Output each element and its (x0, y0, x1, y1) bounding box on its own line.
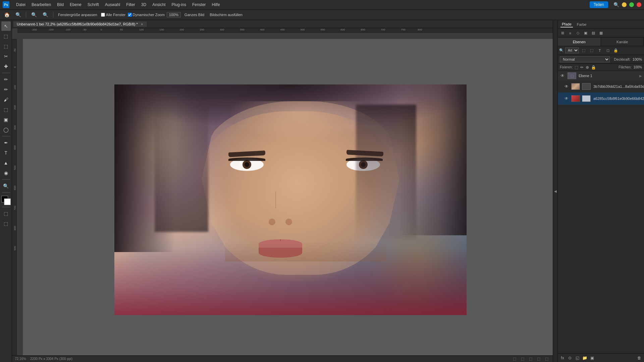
eraser-tool[interactable]: ⬚ (1, 105, 11, 114)
tool-separator-1 (2, 73, 10, 73)
panel-icon-filter[interactable]: ◇ (575, 30, 581, 37)
layer-search-btn-1[interactable]: ⬚ (580, 47, 587, 54)
dodge-tool[interactable]: ◯ (1, 125, 11, 134)
new-layer-button[interactable]: ▣ (589, 355, 595, 361)
menu-filter[interactable]: Filter (123, 2, 138, 8)
zoom-out-button[interactable]: 🔍 (29, 10, 39, 19)
menu-bild[interactable]: Bild (54, 2, 66, 8)
layer-search-btn-4[interactable]: ◻ (604, 47, 611, 54)
search-icon[interactable]: 🔍 (613, 2, 619, 7)
menu-plugins[interactable]: Plug-ins (169, 2, 189, 8)
panel-icon-mask[interactable]: ▦ (598, 30, 604, 37)
panel-icon-fx[interactable]: ▤ (590, 30, 597, 37)
menu-hilfe[interactable]: Hilfe (209, 2, 223, 8)
shape-tool[interactable]: ◉ (1, 168, 11, 178)
ruler-mark-1090: 700 (381, 28, 385, 31)
visibility-eye-layer1[interactable]: 👁 (565, 84, 569, 89)
opacity-label: Deckkraft: (614, 57, 631, 61)
menu-datei[interactable]: Datei (13, 2, 28, 8)
minimize-button[interactable] (622, 2, 627, 7)
title-bar-right: Teilen 🔍 (590, 1, 641, 8)
menu-schrift[interactable]: Schrift (85, 2, 102, 8)
fit-window-button[interactable]: Fenstergröße anpassen (56, 12, 99, 17)
search-tool-button[interactable]: 🔍 (13, 10, 23, 19)
path-tool[interactable]: ▲ (1, 158, 11, 168)
tab-close-button[interactable]: × (141, 22, 143, 26)
eyedropper-tool[interactable]: ✚ (1, 62, 11, 71)
menu-3d[interactable]: 3D (139, 2, 149, 8)
gradient-tool[interactable]: ▣ (1, 115, 11, 124)
canvas-viewport[interactable] (23, 39, 553, 355)
lock-transparency[interactable]: ⬚ (575, 65, 578, 70)
all-windows-checkbox[interactable]: Alle Fenster (101, 13, 126, 17)
share-button[interactable]: Teilen (590, 1, 608, 8)
layer-thumbs-2 (571, 95, 591, 103)
delete-layer-button[interactable]: 🗑 (636, 355, 643, 361)
fill-screen-button[interactable]: Bildschirm ausfüllen (208, 12, 244, 17)
pen-tool[interactable]: ✒ (1, 138, 11, 147)
selection-tool[interactable]: ⬚ (1, 32, 11, 41)
move-tool[interactable]: ↖ (1, 21, 11, 31)
tool-separator-4 (2, 192, 10, 193)
layer-item-1[interactable]: 👁 3b7dbb39dd21a1...8a5fcda93d5e72 (558, 80, 644, 93)
tab-farbe[interactable]: Farbe (576, 22, 588, 27)
menu-fenster[interactable]: Fenster (190, 2, 209, 8)
tab-pfade[interactable]: Pfade (560, 21, 573, 27)
menu-bearbeiten[interactable]: Bearbeiten (29, 2, 54, 8)
status-bar-btn-3[interactable]: ⬚ (527, 356, 534, 362)
screen-mode-tool[interactable]: ⬚ (1, 219, 11, 228)
visibility-eye-layer2[interactable]: 👁 (565, 96, 569, 101)
nose (269, 192, 292, 225)
adjustment-button[interactable]: ⊙ (567, 355, 573, 361)
close-button[interactable] (637, 2, 641, 7)
group-button[interactable]: 📁 (581, 355, 588, 361)
panel-icon-adjust[interactable]: ▣ (582, 30, 589, 37)
layer-thumb-mask-2 (582, 95, 591, 102)
lock-move[interactable]: ⊕ (586, 65, 589, 70)
panel-icon-list[interactable]: ≡ (567, 30, 574, 37)
menu-ansicht[interactable]: Ansicht (150, 2, 168, 8)
panel-collapse-button[interactable]: ◀ (553, 20, 557, 362)
status-bar-btn-2[interactable]: ⬚ (519, 356, 526, 362)
ganzes-bild-button[interactable]: Ganzes Bild (183, 12, 206, 17)
dynamic-zoom-input[interactable] (128, 13, 132, 17)
blend-mode-dropdown[interactable]: Normal (560, 56, 610, 62)
history-brush[interactable]: 🖌 (1, 95, 11, 104)
zoom-input[interactable] (167, 12, 181, 17)
brush-tool[interactable]: ✏ (1, 75, 11, 84)
status-bar-btn-5[interactable]: ⬚ (543, 356, 550, 362)
menu-auswahl[interactable]: Auswahl (102, 2, 123, 8)
home-button[interactable]: 🏠 (2, 10, 11, 19)
crop-tool[interactable]: ✂ (1, 52, 11, 61)
subtab-kanaele[interactable]: Kanäle (601, 38, 644, 46)
panel-icon-grid[interactable]: ⊞ (559, 30, 566, 37)
layer-type-dropdown[interactable]: Art (565, 48, 579, 53)
layer-search-btn-3[interactable]: T (596, 47, 603, 54)
clone-tool[interactable]: ✏ (1, 85, 11, 94)
lock-all[interactable]: 🔒 (591, 65, 596, 70)
subtab-ebenen[interactable]: Ebenen (558, 38, 601, 46)
mask-button[interactable]: ◱ (574, 355, 581, 361)
maximize-button[interactable] (629, 2, 634, 7)
status-bar-btn-1[interactable]: ⬚ (511, 356, 518, 362)
all-windows-input[interactable] (101, 13, 105, 17)
lasso-tool[interactable]: ⬚ (1, 42, 11, 51)
layer-search-icon: 🔍 (559, 48, 564, 53)
zoom-in-button[interactable]: 🔍 (41, 10, 50, 19)
text-tool[interactable]: T (1, 148, 11, 158)
status-bar-btn-4[interactable]: ⬚ (535, 356, 542, 362)
document-tab[interactable]: Unbenannt-1 bei 72,2% (a6285cc5fb8f61e0b… (13, 21, 147, 27)
menu-ebene[interactable]: Ebene (67, 2, 84, 8)
fx-button[interactable]: fx (559, 355, 566, 361)
visibility-eye-group[interactable]: 👁 (560, 73, 565, 78)
background-color[interactable] (4, 198, 11, 205)
layer-item-2[interactable]: 👁 a6285cc5fb8f61e0b90e66b8426d1be7 (558, 93, 644, 105)
layer-group-header-ebene1[interactable]: 👁 ⬚ Ebene 1 ▶ (558, 71, 644, 80)
dynamic-zoom-checkbox[interactable]: Dynamischer Zoom (128, 13, 165, 17)
foreground-background-colors[interactable] (1, 196, 11, 205)
layer-search-btn-2[interactable]: ⬚ (588, 47, 595, 54)
lock-paint[interactable]: ✏ (580, 65, 584, 70)
quick-mask-tool[interactable]: ⬚ (1, 209, 11, 218)
zoom-tool[interactable]: 🔍 (1, 181, 11, 191)
layer-search-btn-5[interactable]: 🔒 (612, 47, 619, 54)
